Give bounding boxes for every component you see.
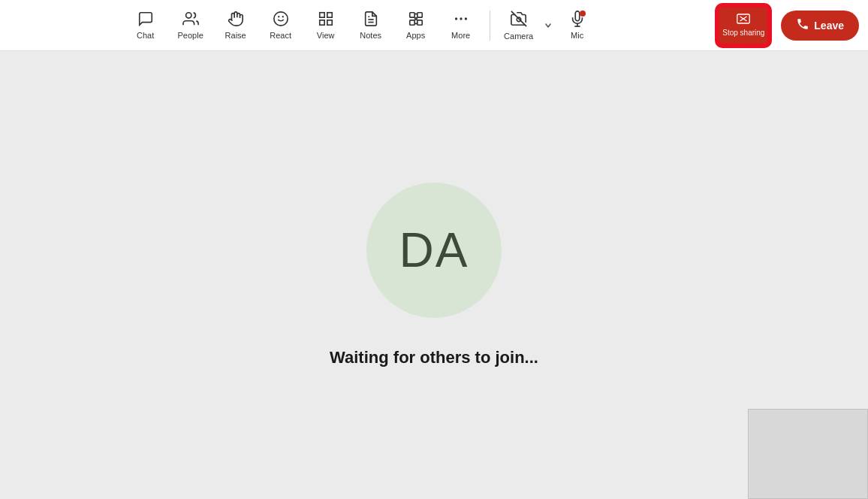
raise-label: Raise xyxy=(225,32,246,40)
toolbar-item-react[interactable]: React xyxy=(258,3,303,48)
people-icon xyxy=(182,11,199,29)
camera-off-icon xyxy=(511,11,527,29)
svg-point-10 xyxy=(414,18,417,20)
svg-point-0 xyxy=(185,13,191,18)
svg-rect-5 xyxy=(327,13,331,17)
react-label: React xyxy=(270,32,291,40)
toolbar-item-apps[interactable]: Apps xyxy=(393,3,439,48)
leave-label: Leave xyxy=(814,20,844,32)
toolbar-divider xyxy=(490,11,490,41)
svg-rect-14 xyxy=(417,13,421,17)
svg-point-1 xyxy=(273,12,287,26)
raise-icon xyxy=(228,11,244,29)
camera-chevron-button[interactable] xyxy=(541,3,555,48)
toolbar-item-chat[interactable]: Chat xyxy=(123,3,168,48)
more-label: More xyxy=(451,32,470,40)
react-icon xyxy=(273,11,289,29)
chat-label: Chat xyxy=(137,32,154,40)
waiting-text: Waiting for others to join... xyxy=(330,348,538,367)
svg-point-18 xyxy=(460,17,462,20)
toolbar-right: Stop sharing Leave xyxy=(713,6,859,45)
stop-sharing-label: Stop sharing xyxy=(722,29,764,38)
svg-rect-15 xyxy=(417,20,421,25)
svg-line-20 xyxy=(511,11,526,26)
toolbar-item-camera[interactable]: Camera xyxy=(496,3,541,48)
toolbar-item-raise[interactable]: Raise xyxy=(213,3,258,48)
toolbar-item-people[interactable]: People xyxy=(168,3,213,48)
stop-sharing-button[interactable]: Stop sharing xyxy=(718,6,769,45)
people-label: People xyxy=(178,32,203,40)
svg-rect-13 xyxy=(409,13,414,17)
notes-icon xyxy=(363,11,379,29)
toolbar-item-notes[interactable]: Notes xyxy=(348,3,393,48)
chat-icon xyxy=(137,11,154,29)
svg-point-17 xyxy=(455,17,457,20)
svg-rect-4 xyxy=(319,13,324,17)
avatar-initials: DA xyxy=(399,222,469,278)
stop-sharing-icon xyxy=(737,14,750,27)
main-content: DA Waiting for others to join... xyxy=(0,51,868,499)
toolbar: Chat People xyxy=(0,0,868,51)
leave-button[interactable]: Leave xyxy=(781,11,859,41)
svg-rect-16 xyxy=(409,20,414,25)
notes-label: Notes xyxy=(360,32,381,40)
apps-label: Apps xyxy=(406,32,425,40)
mic-icon xyxy=(569,11,586,29)
leave-phone-icon xyxy=(796,17,809,34)
view-label: View xyxy=(317,32,335,40)
mic-label: Mic xyxy=(571,32,583,40)
toolbar-item-more[interactable]: More xyxy=(439,3,484,48)
more-icon xyxy=(453,11,469,29)
svg-point-19 xyxy=(464,17,466,20)
view-icon xyxy=(318,11,334,29)
toolbar-item-view[interactable]: View xyxy=(303,3,348,48)
apps-icon xyxy=(408,11,424,29)
self-view-thumbnail xyxy=(748,409,868,499)
svg-rect-7 xyxy=(319,20,324,25)
toolbar-left: Chat People xyxy=(9,3,713,48)
svg-rect-6 xyxy=(327,20,331,25)
user-avatar: DA xyxy=(366,183,502,318)
camera-group: Camera xyxy=(496,3,555,48)
toolbar-item-mic[interactable]: Mic xyxy=(555,3,600,48)
camera-label: Camera xyxy=(504,32,533,41)
